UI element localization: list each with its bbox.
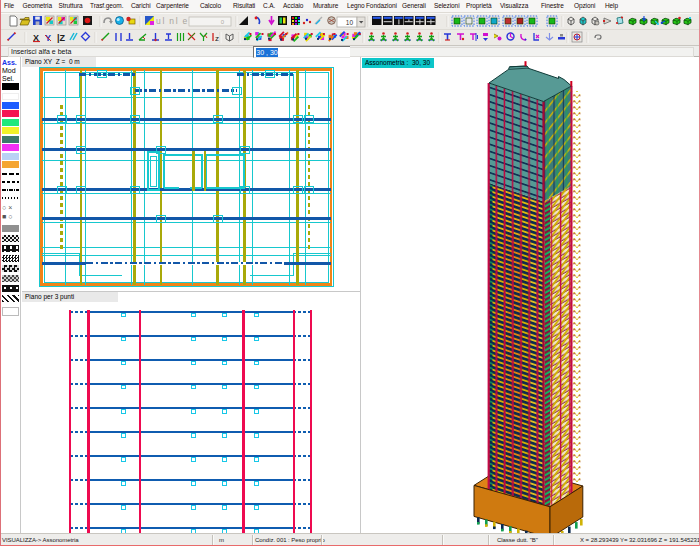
svg-text:|Z: |Z bbox=[57, 33, 66, 43]
svg-text:l: l bbox=[176, 16, 178, 26]
svg-text:l: l bbox=[163, 16, 165, 26]
svg-text:10: 10 bbox=[346, 19, 354, 26]
svg-text:e: e bbox=[182, 16, 187, 26]
svg-text:u: u bbox=[156, 16, 161, 26]
svg-text:z: z bbox=[215, 34, 219, 43]
svg-text:n: n bbox=[169, 16, 174, 26]
